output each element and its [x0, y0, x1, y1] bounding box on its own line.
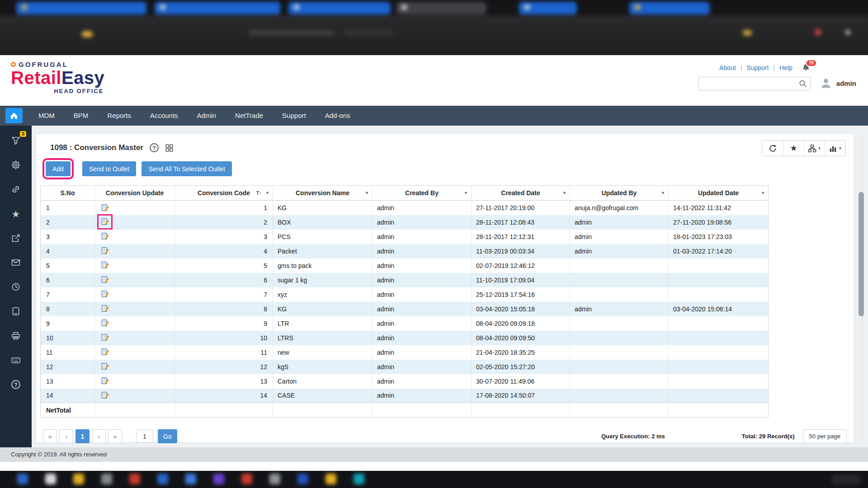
column-header-s-no[interactable]: S.No [41, 186, 95, 201]
nav-item-admin[interactable]: Admin [188, 106, 226, 126]
scrollbar-thumb[interactable] [859, 192, 864, 316]
link-icon[interactable] [10, 183, 22, 195]
device-monitor-icon[interactable] [10, 305, 22, 317]
column-filter-caret-icon[interactable]: ▼ [464, 191, 468, 195]
favorite-button[interactable]: ★ [783, 141, 804, 156]
cell-created-date: 28-11-2017 12:08:43 [476, 219, 534, 226]
pagination-first[interactable]: « [43, 429, 57, 443]
column-header-conversion-name[interactable]: Conversion Name▼ [273, 186, 373, 201]
conversion-update-edit-icon[interactable] [100, 376, 109, 385]
cell-conversion-name: KG [278, 204, 287, 211]
go-button[interactable]: Go [158, 429, 177, 443]
column-filter-caret-icon[interactable]: ▼ [661, 191, 665, 195]
cell-conversion-code: 1 [264, 204, 267, 211]
settings-gear-icon[interactable] [10, 159, 22, 171]
cell-created-by: admin [377, 392, 394, 399]
layout-grid-icon[interactable] [165, 144, 174, 152]
cell-created-date: 02-05-2020 15:27:20 [476, 363, 535, 371]
header-link-support[interactable]: Support [746, 64, 769, 71]
print-icon[interactable] [10, 330, 22, 342]
favorites-star-icon[interactable]: ★ [10, 208, 22, 220]
page-help-icon[interactable]: ? [150, 143, 159, 152]
conversion-update-edit-icon[interactable] [100, 347, 109, 357]
taskbar-icon [157, 474, 168, 484]
keyboard-icon[interactable] [10, 354, 22, 366]
column-label: Updated By [602, 189, 637, 197]
send-to-outlet-button[interactable]: Send to Outlet [82, 161, 137, 176]
cell-created-date: 17-08-2020 14:50:07 [476, 392, 535, 399]
conversion-update-edit-icon[interactable] [100, 203, 109, 212]
conversion-update-edit-icon[interactable] [100, 304, 109, 313]
nav-item-nettrade[interactable]: NetTrade [226, 106, 273, 126]
column-header-conversion-update[interactable]: Conversion Update [95, 186, 175, 201]
send-all-to-selected-outlet-button[interactable]: Send All To Selected Outlet [142, 161, 231, 176]
nav-item-add-ons[interactable]: Add-ons [316, 106, 360, 126]
cell-conversion-name: Carton [278, 378, 297, 385]
cell-created-date: 03-04-2020 15:05:18 [476, 305, 535, 313]
history-clock-icon[interactable] [10, 281, 22, 293]
chart-view-button[interactable]: ▼ [825, 141, 845, 156]
cell-conversion-code: 10 [260, 334, 267, 342]
filter-icon[interactable]: 0 [10, 135, 22, 146]
nav-item-accounts[interactable]: Accounts [141, 106, 188, 126]
cell-conversion-name: PCS [278, 233, 291, 240]
search-input[interactable] [698, 77, 811, 90]
user-menu[interactable]: admin [820, 77, 856, 89]
page-number-input[interactable] [136, 430, 153, 443]
hierarchy-view-button[interactable]: ▼ [804, 141, 825, 156]
pagination-page-1[interactable]: 1 [75, 429, 90, 443]
cell-created-by: admin [377, 219, 394, 226]
column-filter-caret-icon[interactable]: ▼ [761, 191, 765, 195]
column-filter-caret-icon[interactable]: ▼ [562, 191, 566, 195]
cell-sno: 7 [46, 291, 50, 298]
cell-conversion-code: 14 [260, 392, 267, 399]
column-header-conversion-code[interactable]: Conversion CodeT↑▼ [175, 186, 273, 201]
pagination-prev[interactable]: ‹ [59, 429, 73, 443]
search-icon[interactable] [799, 80, 807, 88]
nav-item-support[interactable]: Support [273, 106, 316, 126]
nav-item-reports[interactable]: Reports [98, 106, 141, 126]
add-button[interactable]: Add [46, 161, 71, 176]
refresh-button[interactable] [762, 141, 783, 156]
per-page-select[interactable]: 50 per page [803, 429, 847, 443]
nav-home[interactable] [5, 108, 23, 123]
column-header-updated-date[interactable]: Updated Date▼ [669, 186, 769, 201]
nav-item-mdm[interactable]: MDM [29, 106, 64, 126]
link-separator: | [741, 64, 742, 71]
cell-conversion-code: 11 [260, 349, 267, 356]
column-filter-caret-icon[interactable]: ▼ [365, 191, 369, 195]
column-header-created-by[interactable]: Created By▼ [373, 186, 472, 201]
conversion-master-table: S.NoConversion UpdateConversion CodeT↑▼C… [40, 185, 769, 418]
cell-created-date: 02-07-2019 12:46:12 [476, 262, 535, 269]
conversion-update-edit-icon[interactable] [100, 319, 109, 328]
header-right: About|Support|Help 79 [698, 63, 856, 90]
conversion-update-edit-icon[interactable] [100, 261, 109, 270]
conversion-update-edit-icon[interactable] [100, 217, 109, 226]
notification-bell[interactable]: 79 [802, 63, 811, 72]
conversion-update-edit-icon[interactable] [100, 333, 109, 342]
pagination-next[interactable]: › [92, 429, 106, 443]
conversion-update-edit-icon[interactable] [100, 246, 109, 255]
mail-icon[interactable] [10, 257, 22, 268]
conversion-update-edit-icon[interactable] [100, 362, 109, 371]
export-send-icon[interactable] [10, 232, 22, 244]
conversion-update-edit-icon[interactable] [100, 290, 109, 299]
sort-indicator-icon[interactable]: T↑ [256, 190, 262, 196]
column-header-created-date[interactable]: Created Date▼ [472, 186, 570, 201]
vertical-scrollbar[interactable] [859, 133, 864, 445]
conversion-update-edit-icon[interactable] [100, 391, 109, 400]
conversion-update-edit-icon[interactable] [100, 275, 109, 284]
column-label: Created Date [501, 189, 540, 197]
header-link-help[interactable]: Help [779, 64, 793, 71]
notification-count-badge: 79 [806, 59, 817, 67]
column-filter-caret-icon[interactable]: ▼ [265, 191, 269, 195]
pagination-last[interactable]: » [108, 429, 122, 443]
cell-conversion-name: KG [278, 305, 287, 313]
taskbar-icon [73, 474, 84, 484]
nav-item-bpm[interactable]: BPM [64, 106, 98, 126]
header-link-about[interactable]: About [719, 64, 736, 71]
column-header-updated-by[interactable]: Updated By▼ [570, 186, 669, 201]
help-icon[interactable]: ? [10, 379, 22, 390]
conversion-update-edit-icon[interactable] [100, 232, 109, 241]
cell-conversion-code: 7 [264, 291, 267, 298]
